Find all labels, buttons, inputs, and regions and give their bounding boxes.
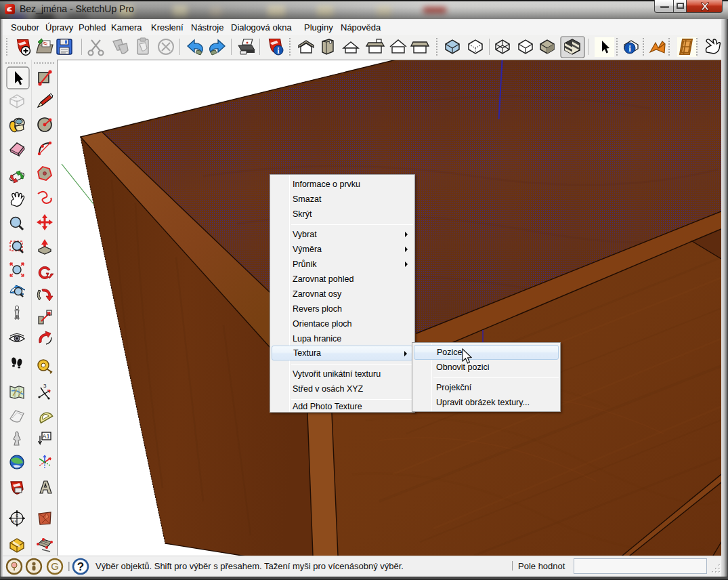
svg-text:A1: A1 xyxy=(42,433,49,440)
svg-text:3: 3 xyxy=(43,383,47,389)
svg-text:i: i xyxy=(628,43,631,54)
svg-text:?: ? xyxy=(77,560,84,573)
svg-text:A-B: A-B xyxy=(12,520,17,523)
svg-text:C: C xyxy=(16,514,18,518)
svg-text:G: G xyxy=(51,560,59,572)
